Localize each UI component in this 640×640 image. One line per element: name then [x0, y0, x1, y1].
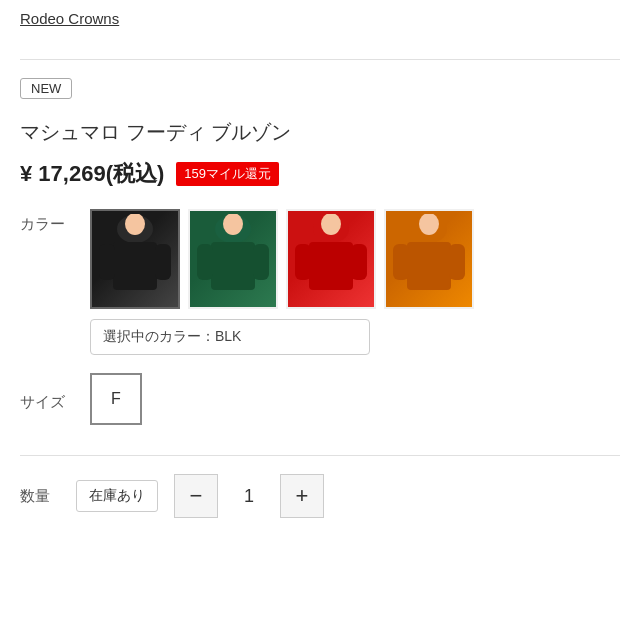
- svg-rect-4: [155, 244, 171, 280]
- swatch-green[interactable]: [188, 209, 278, 309]
- divider-top: [20, 59, 620, 60]
- stock-badge: 在庫あり: [76, 480, 158, 512]
- quantity-label: 数量: [20, 487, 60, 506]
- svg-point-16: [419, 214, 439, 235]
- size-label: サイズ: [20, 387, 70, 412]
- swatch-black[interactable]: [90, 209, 180, 309]
- svg-point-11: [321, 214, 341, 235]
- svg-rect-7: [211, 242, 255, 290]
- product-price: ¥ 17,269(税込): [20, 159, 164, 189]
- price-row: ¥ 17,269(税込) 159マイル還元: [20, 159, 620, 189]
- color-label-box: 選択中のカラー：BLK: [90, 319, 620, 355]
- color-swatches: [90, 209, 474, 309]
- brand-link[interactable]: Rodeo Crowns: [20, 10, 119, 27]
- product-title: マシュマロ フーディ ブルゾン: [20, 117, 620, 147]
- svg-rect-19: [449, 244, 465, 280]
- quantity-plus-button[interactable]: +: [280, 474, 324, 518]
- divider-bottom: [20, 455, 620, 456]
- svg-rect-8: [197, 244, 213, 280]
- new-badge: NEW: [20, 78, 72, 99]
- svg-rect-2: [113, 242, 157, 290]
- svg-rect-13: [295, 244, 311, 280]
- quantity-minus-button[interactable]: −: [174, 474, 218, 518]
- svg-rect-17: [407, 242, 451, 290]
- swatch-orange[interactable]: [384, 209, 474, 309]
- color-selected-display: 選択中のカラー：BLK: [90, 319, 370, 355]
- size-section: サイズ F: [20, 373, 620, 425]
- svg-rect-9: [253, 244, 269, 280]
- color-section: カラー: [20, 209, 620, 309]
- quantity-value: 1: [234, 486, 264, 507]
- svg-point-6: [223, 214, 243, 235]
- svg-rect-14: [351, 244, 367, 280]
- size-option-f[interactable]: F: [90, 373, 142, 425]
- miles-badge: 159マイル還元: [176, 162, 279, 186]
- color-label: カラー: [20, 209, 70, 234]
- quantity-section: 数量 在庫あり − 1 +: [20, 474, 620, 518]
- svg-point-1: [125, 214, 145, 235]
- swatch-red[interactable]: [286, 209, 376, 309]
- svg-rect-12: [309, 242, 353, 290]
- svg-rect-3: [99, 244, 115, 280]
- svg-rect-18: [393, 244, 409, 280]
